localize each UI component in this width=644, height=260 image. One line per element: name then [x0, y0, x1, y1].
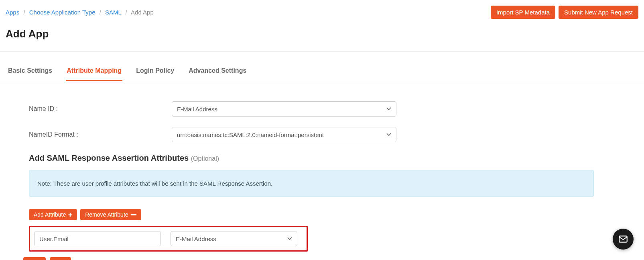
nameid-format-select[interactable]: urn:oasis:names:tc:SAML:2.0:nameid-forma… [172, 127, 396, 142]
attribute-actions: Add Attribute Remove Attribute [29, 209, 594, 220]
row-nameid-format: NameID Format : urn:oasis:names:tc:SAML:… [29, 127, 594, 142]
breadcrumb-sep: / [126, 9, 127, 16]
remove-attribute-button[interactable]: Remove Attribute [80, 209, 141, 220]
tab-attribute-mapping[interactable]: Attribute Mapping [66, 62, 122, 81]
minus-icon [131, 214, 136, 215]
breadcrumb-sep: / [100, 9, 101, 16]
attribute-mapping-select[interactable]: E-Mail Address [171, 231, 297, 246]
breadcrumb-sep: / [23, 9, 25, 16]
breadcrumb: Apps / Choose Application Type / SAML / … [6, 9, 154, 16]
add-attribute-button[interactable]: Add Attribute [29, 209, 77, 220]
breadcrumb-current: Add App [131, 9, 154, 16]
attribute-name-input[interactable] [34, 231, 161, 246]
breadcrumb-choose-app-type[interactable]: Choose Application Type [29, 9, 95, 16]
assertion-heading-text: Add SAML Response Assertion Attributes [29, 154, 189, 162]
import-sp-metadata-button[interactable]: Import SP Metadata [491, 6, 555, 19]
top-actions: Import SP Metadata Submit New App Reques… [491, 6, 638, 19]
remove-attribute-label: Remove Attribute [85, 211, 128, 218]
nameid-format-label: NameID Format : [29, 131, 172, 138]
assertion-note: Note: These are user profile attributes … [29, 170, 594, 197]
next-button[interactable]: Next [50, 257, 71, 260]
plus-icon [68, 211, 72, 218]
breadcrumb-apps[interactable]: Apps [6, 9, 19, 16]
assertion-optional: (Optional) [191, 155, 219, 162]
add-attribute-label: Add Attribute [34, 211, 66, 218]
page-title: Add App [0, 19, 644, 51]
tab-advanced-settings[interactable]: Advanced Settings [188, 62, 247, 81]
chat-fab[interactable] [613, 229, 634, 250]
tab-login-policy[interactable]: Login Policy [135, 62, 175, 81]
tabs: Basic Settings Attribute Mapping Login P… [0, 62, 644, 81]
footer-actions: Save Next Back [23, 257, 594, 260]
mail-icon [618, 234, 628, 244]
save-button[interactable]: Save [23, 257, 46, 260]
row-name-id: Name ID : E-Mail Address [29, 101, 594, 117]
breadcrumb-saml[interactable]: SAML [105, 9, 121, 16]
content-area: Name ID : E-Mail Address NameID Format :… [0, 81, 594, 260]
attribute-row-highlight: E-Mail Address [29, 226, 308, 252]
name-id-select[interactable]: E-Mail Address [172, 101, 396, 117]
name-id-label: Name ID : [29, 105, 172, 113]
assertion-heading: Add SAML Response Assertion Attributes (… [29, 154, 594, 163]
tab-basic-settings[interactable]: Basic Settings [7, 62, 53, 81]
divider [0, 51, 644, 52]
submit-new-app-request-button[interactable]: Submit New App Request [559, 6, 638, 19]
